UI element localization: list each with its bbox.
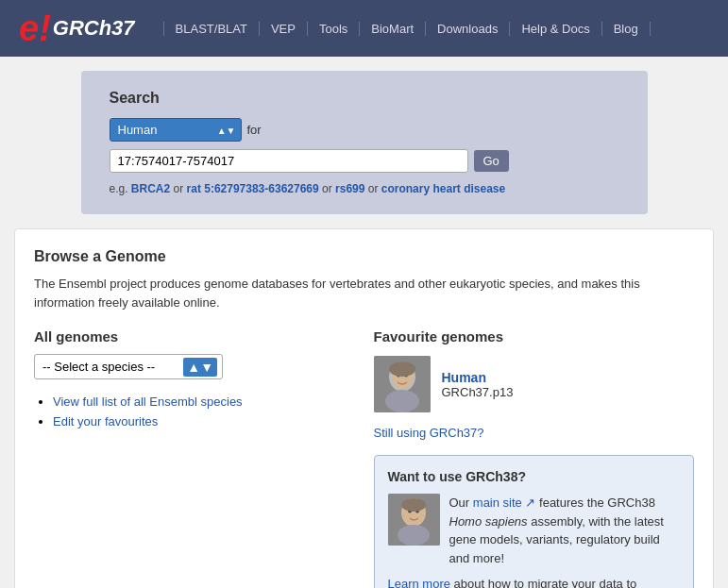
- left-column: All genomes -- Select a species -- ▲▼ Vi…: [34, 328, 355, 588]
- main-content: Search Human Mouse Rat ▲▼ for Go e.g. BR…: [0, 57, 728, 588]
- for-label: for: [247, 123, 262, 137]
- species-dropdown[interactable]: -- Select a species --: [34, 354, 223, 379]
- browse-panel: Browse a Genome The Ensembl project prod…: [14, 228, 714, 588]
- list-item: View full list of all Ensembl species: [53, 395, 355, 409]
- search-title: Search: [110, 90, 619, 107]
- grch38-title: Want to use GRCh38?: [388, 469, 681, 484]
- nav-blog[interactable]: Blog: [602, 22, 651, 36]
- browse-title: Browse a Genome: [34, 248, 694, 265]
- example-brca2-link[interactable]: BRCA2: [131, 182, 170, 195]
- query-row: Go: [110, 149, 619, 173]
- edit-favourites-link[interactable]: Edit your favourites: [53, 414, 158, 428]
- nav-vep[interactable]: VEP: [260, 22, 308, 36]
- fav-genome-assembly: GRCh37.p13: [442, 385, 514, 399]
- search-input[interactable]: [110, 149, 468, 173]
- svg-point-12: [401, 498, 426, 512]
- example-chd-link[interactable]: coronary heart disease: [381, 182, 505, 195]
- nav-tools[interactable]: Tools: [308, 22, 360, 36]
- go-button[interactable]: Go: [474, 150, 509, 172]
- grch38-learn-more: Learn more about how to migrate your dat…: [388, 577, 681, 588]
- learn-more-link[interactable]: Learn more: [388, 577, 450, 588]
- example-or3: or: [368, 182, 381, 195]
- human-genome-link[interactable]: Human: [442, 370, 486, 385]
- still-using-link[interactable]: Still using GRCh37?: [374, 426, 484, 440]
- list-item: Edit your favourites: [53, 414, 355, 428]
- browse-columns: All genomes -- Select a species -- ▲▼ Vi…: [34, 328, 694, 588]
- fav-genomes-title: Favourite genomes: [374, 328, 695, 344]
- browse-links-list: View full list of all Ensembl species Ed…: [34, 395, 355, 428]
- search-panel: Search Human Mouse Rat ▲▼ for Go e.g. BR…: [81, 71, 648, 214]
- svg-point-5: [385, 390, 419, 412]
- nav-biomart[interactable]: BioMart: [360, 22, 426, 36]
- search-species-row: Human Mouse Rat ▲▼ for: [110, 118, 619, 142]
- logo-e-icon: e: [19, 10, 39, 46]
- search-example: e.g. BRCA2 or rat 5:62797383-63627669 or…: [110, 182, 619, 195]
- header: e!GRCh37 BLAST/BLAT VEP Tools BioMart Do…: [0, 0, 728, 57]
- all-genomes-title: All genomes: [34, 328, 355, 344]
- example-or2: or: [322, 182, 335, 195]
- nav-help-docs[interactable]: Help & Docs: [510, 22, 601, 36]
- grch38-description: Our main site ↗ features the GRCh38 Homo…: [449, 494, 681, 567]
- svg-point-11: [398, 525, 430, 546]
- grch38-box: Want to use GRCh38?: [374, 455, 695, 588]
- human-genome-thumbnail: [374, 356, 431, 412]
- main-site-link[interactable]: main site ↗: [473, 496, 536, 510]
- example-or1: or: [174, 182, 187, 195]
- species-select-wrapper: Human Mouse Rat ▲▼: [110, 118, 242, 142]
- example-rat-link[interactable]: rat 5:62797383-63627669: [187, 182, 319, 195]
- right-column: Favourite genomes: [374, 328, 695, 588]
- browse-description: The Ensembl project produces genome data…: [34, 275, 694, 311]
- grch38-content: Our main site ↗ features the GRCh38 Homo…: [388, 494, 681, 567]
- example-prefix: e.g.: [110, 182, 128, 195]
- main-nav: BLAST/BLAT VEP Tools BioMart Downloads H…: [163, 22, 651, 36]
- logo[interactable]: e!GRCh37: [19, 8, 135, 49]
- logo-exclaim-icon: !: [39, 8, 51, 49]
- logo-grch-text: GRCh37: [53, 16, 135, 41]
- nav-blast-blat[interactable]: BLAST/BLAT: [163, 22, 260, 36]
- example-rs699-link[interactable]: rs699: [335, 182, 364, 195]
- fav-genome-info: Human GRCh37.p13: [442, 370, 514, 399]
- species-dropdown-wrapper: -- Select a species -- ▲▼: [34, 354, 223, 379]
- nav-downloads[interactable]: Downloads: [426, 22, 510, 36]
- species-select[interactable]: Human Mouse Rat: [110, 118, 242, 142]
- grch38-thumbnail: [388, 494, 440, 546]
- svg-point-6: [389, 361, 415, 377]
- fav-genome-item: Human GRCh37.p13: [374, 356, 695, 412]
- view-full-list-link[interactable]: View full list of all Ensembl species: [53, 395, 243, 409]
- still-using-link-wrapper: Still using GRCh37?: [374, 426, 695, 440]
